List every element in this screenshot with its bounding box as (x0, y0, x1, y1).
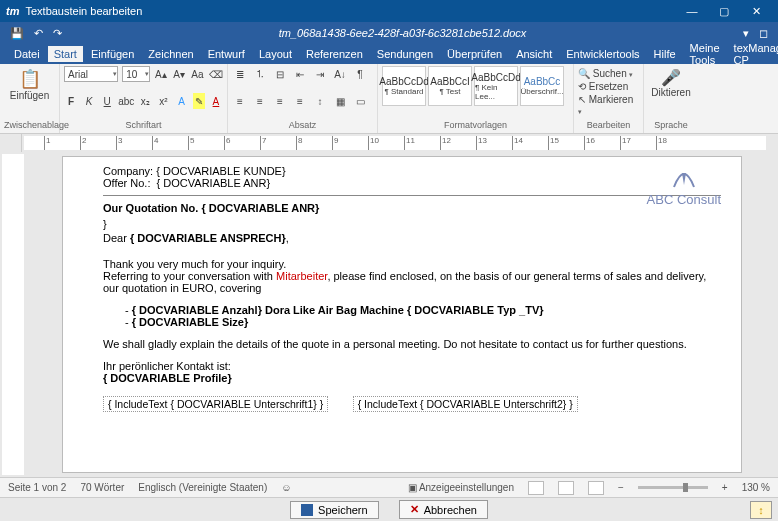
group-voice-label: Sprache (648, 120, 694, 131)
zoom-level[interactable]: 130 % (742, 482, 770, 493)
undo-icon[interactable]: ↶ (34, 27, 43, 40)
subscript-icon[interactable]: x₂ (138, 93, 152, 109)
maximize-button[interactable]: ▢ (708, 0, 740, 22)
tab-sendungen[interactable]: Sendungen (371, 46, 439, 62)
view-web-icon[interactable] (588, 481, 604, 495)
align-center-icon[interactable]: ≡ (252, 93, 268, 109)
multilevel-icon[interactable]: ⊟ (272, 66, 288, 82)
tab-hilfe[interactable]: Hilfe (648, 46, 682, 62)
superscript-icon[interactable]: x² (156, 93, 170, 109)
status-words[interactable]: 70 Wörter (80, 482, 124, 493)
zoom-in-icon[interactable]: + (722, 482, 728, 493)
tab-entwicklertools[interactable]: Entwicklertools (560, 46, 645, 62)
ribbon-options-icon[interactable]: ▾ (743, 27, 749, 40)
tab-einfuegen[interactable]: Einfügen (85, 46, 140, 62)
numbering-icon[interactable]: ⒈ (252, 66, 268, 82)
group-edit-label: Bearbeiten (578, 120, 639, 131)
p1: Thank you very much for your inquiry. (103, 258, 721, 270)
zoom-slider[interactable] (638, 486, 708, 489)
borders-icon[interactable]: ▭ (352, 93, 368, 109)
status-accessibility-icon[interactable]: ☺ (281, 482, 291, 493)
document-page[interactable]: ABC Consult Company: { DOCVARIABLE KUNDE… (62, 156, 742, 473)
justify-icon[interactable]: ≡ (292, 93, 308, 109)
bold-icon[interactable]: F (64, 93, 78, 109)
tab-texmanager[interactable]: texManager CP (728, 40, 778, 68)
text-effects-icon[interactable]: A (174, 93, 188, 109)
align-left-icon[interactable]: ≡ (232, 93, 248, 109)
view-read-icon[interactable] (528, 481, 544, 495)
paste-label: Einfügen (10, 90, 49, 101)
shading-icon[interactable]: ▦ (332, 93, 348, 109)
document-scroll[interactable]: ABC Consult Company: { DOCVARIABLE KUNDE… (26, 152, 778, 477)
minimize-button[interactable]: — (676, 0, 708, 22)
app-icon: tm (6, 5, 19, 17)
tab-start[interactable]: Start (48, 46, 83, 62)
clear-format-icon[interactable]: ⌫ (209, 66, 223, 82)
zoom-out-icon[interactable]: − (618, 482, 624, 493)
font-color-icon[interactable]: A (209, 93, 223, 109)
font-name-select[interactable]: Arial▾ (64, 66, 118, 82)
replace-button[interactable]: ⟲ Ersetzen (578, 81, 639, 92)
style-standard[interactable]: AaBbCcDd¶ Standard (382, 66, 426, 106)
font-size-select[interactable]: 10▾ (122, 66, 149, 82)
cursor-icon: ↖ (578, 94, 586, 105)
display-settings[interactable]: ▣ Anzeigeeinstellungen (408, 482, 514, 493)
shrink-font-icon[interactable]: A▾ (172, 66, 186, 82)
find-button[interactable]: 🔍 Suchen ▾ (578, 68, 639, 79)
change-case-icon[interactable]: Aa (190, 66, 204, 82)
view-print-icon[interactable] (558, 481, 574, 495)
bullets-icon[interactable]: ≣ (232, 66, 248, 82)
list-item: { DOCVARIABLE Anzahl} Dora Like Air Bag … (125, 304, 721, 316)
tab-entwurf[interactable]: Entwurf (202, 46, 251, 62)
italic-icon[interactable]: K (82, 93, 96, 109)
select-button[interactable]: ↖ Markieren ▾ (578, 94, 639, 116)
tab-zeichnen[interactable]: Zeichnen (142, 46, 199, 62)
p4: Ihr perönlicher Kontakt ist: (103, 360, 721, 372)
ribbon: 📋 Einfügen Zwischenablage Arial▾ 10▾ A▴ … (0, 64, 778, 134)
resize-handle-icon[interactable]: ↕ (750, 501, 772, 519)
company-logo: ABC Consult (647, 159, 721, 207)
outdent-icon[interactable]: ⇤ (292, 66, 308, 82)
save-icon[interactable]: 💾 (10, 27, 24, 40)
cancel-button[interactable]: ✕Abbrechen (399, 500, 488, 519)
ruler-horizontal-area: 123456789101112131415161718 (0, 134, 778, 152)
tab-referenzen[interactable]: Referenzen (300, 46, 369, 62)
ruler-horizontal[interactable]: 123456789101112131415161718 (24, 136, 766, 150)
divider (103, 195, 721, 196)
sort-icon[interactable]: A↓ (332, 66, 348, 82)
paste-button[interactable]: 📋 Einfügen (4, 66, 55, 103)
clipboard-icon: 📋 (19, 68, 41, 90)
p2: Referring to your conversation with Mita… (103, 270, 721, 294)
close-button[interactable]: ✕ (740, 0, 772, 22)
style-heading[interactable]: AaBbCcÜberschrif... (520, 66, 564, 106)
search-icon: 🔍 (578, 68, 590, 79)
redo-icon[interactable]: ↷ (53, 27, 62, 40)
dictate-button[interactable]: 🎤 Diktieren (648, 66, 694, 100)
grow-font-icon[interactable]: A▴ (154, 66, 168, 82)
offer-label: Offer No.: (103, 177, 150, 189)
window-options-icon[interactable]: ◻ (759, 27, 768, 40)
style-test[interactable]: AaBbCcI¶ Test (428, 66, 472, 106)
app-titlebar: tm Textbaustein bearbeiten — ▢ ✕ (0, 0, 778, 22)
align-right-icon[interactable]: ≡ (272, 93, 288, 109)
cancel-x-icon: ✕ (410, 503, 419, 516)
status-page[interactable]: Seite 1 von 2 (8, 482, 66, 493)
document-title: tm_068a1438-6ee2-428f-a03f-6c3281cbe512.… (72, 27, 733, 39)
style-no-space[interactable]: AaBbCcDd¶ Kein Lee... (474, 66, 518, 106)
status-language[interactable]: Englisch (Vereinigte Staaten) (138, 482, 267, 493)
save-button[interactable]: Speichern (290, 501, 379, 519)
ruler-vertical[interactable] (2, 154, 24, 475)
underline-icon[interactable]: U (100, 93, 114, 109)
group-paragraph-label: Absatz (232, 120, 373, 131)
show-marks-icon[interactable]: ¶ (352, 66, 368, 82)
tab-layout[interactable]: Layout (253, 46, 298, 62)
strike-icon[interactable]: abc (118, 93, 134, 109)
placeholder-mitarbeiter: Mitarbeiter (276, 270, 327, 282)
indent-icon[interactable]: ⇥ (312, 66, 328, 82)
tab-ueberpruefen[interactable]: Überprüfen (441, 46, 508, 62)
line-spacing-icon[interactable]: ↕ (312, 93, 328, 109)
tab-ansicht[interactable]: Ansicht (510, 46, 558, 62)
save-disk-icon (301, 504, 313, 516)
tab-datei[interactable]: Datei (8, 46, 46, 62)
highlight-icon[interactable]: ✎ (193, 93, 205, 109)
